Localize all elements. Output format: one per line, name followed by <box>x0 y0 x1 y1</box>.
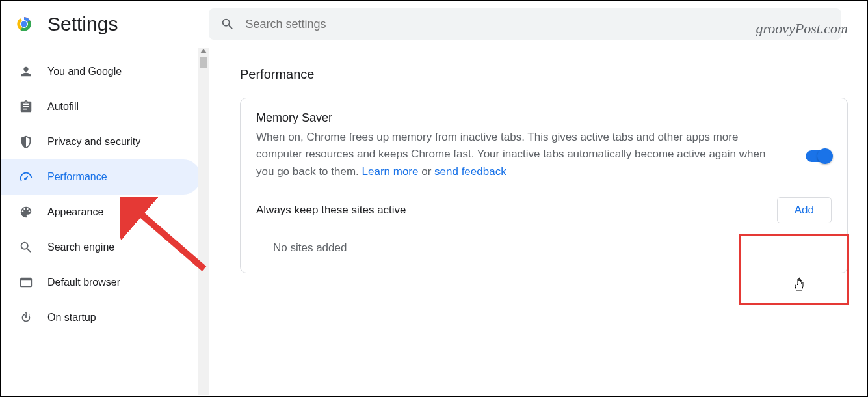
search-icon <box>220 17 235 31</box>
shield-icon <box>19 135 33 149</box>
gauge-icon <box>19 170 33 184</box>
svg-point-2 <box>21 21 27 27</box>
memory-saver-title: Memory Saver <box>256 111 786 125</box>
scrollbar[interactable] <box>198 48 209 395</box>
scrollbar-thumb[interactable] <box>200 57 207 68</box>
search-icon <box>19 240 33 254</box>
watermark: groovyPost.com <box>756 20 848 37</box>
person-icon <box>19 64 33 79</box>
sidebar-item-default-browser[interactable]: Default browser <box>1 265 201 300</box>
section-title: Performance <box>240 67 848 82</box>
sidebar-item-you-and-google[interactable]: You and Google <box>1 54 201 89</box>
content: Performance Memory Saver When on, Chrome… <box>209 48 867 395</box>
power-icon <box>19 310 33 325</box>
or-text: or <box>418 165 434 178</box>
sidebar: You and Google Autofill Privacy and secu… <box>1 48 209 395</box>
sidebar-item-on-startup[interactable]: On startup <box>1 300 201 335</box>
scrollbar-up-icon <box>200 49 207 53</box>
sidebar-item-label: Privacy and security <box>47 136 140 148</box>
sidebar-item-performance[interactable]: Performance <box>1 159 201 195</box>
clipboard-icon <box>19 100 33 114</box>
performance-card: Memory Saver When on, Chrome frees up me… <box>240 98 848 273</box>
memory-saver-toggle[interactable] <box>806 150 832 162</box>
sidebar-item-privacy[interactable]: Privacy and security <box>1 124 201 159</box>
sidebar-item-search-engine[interactable]: Search engine <box>1 230 201 265</box>
no-sites-text: No sites added <box>273 241 832 254</box>
always-active-title: Always keep these sites active <box>256 204 406 217</box>
browser-icon <box>19 275 33 290</box>
header: Settings <box>1 1 867 48</box>
sidebar-item-label: Search engine <box>47 241 114 253</box>
sidebar-item-appearance[interactable]: Appearance <box>1 195 201 230</box>
chrome-logo-icon <box>14 14 34 34</box>
sidebar-item-label: Appearance <box>47 206 103 218</box>
sidebar-item-autofill[interactable]: Autofill <box>1 89 201 124</box>
search-input[interactable] <box>245 18 830 31</box>
memory-saver-text: Memory Saver When on, Chrome frees up me… <box>256 111 786 180</box>
memory-saver-row: Memory Saver When on, Chrome frees up me… <box>256 111 832 180</box>
always-active-row: Always keep these sites active Add <box>256 197 832 223</box>
layout: You and Google Autofill Privacy and secu… <box>1 48 867 395</box>
learn-more-link[interactable]: Learn more <box>362 165 419 178</box>
palette-icon <box>19 205 33 219</box>
sidebar-item-label: On startup <box>47 312 96 323</box>
memory-saver-description: When on, Chrome frees up memory from ina… <box>256 129 786 180</box>
search-bar[interactable] <box>209 8 841 40</box>
desc-text: When on, Chrome frees up memory from ina… <box>256 131 765 178</box>
page-title: Settings <box>47 13 118 35</box>
send-feedback-link[interactable]: send feedback <box>434 165 506 178</box>
add-button[interactable]: Add <box>777 197 832 223</box>
sidebar-item-label: You and Google <box>47 66 122 77</box>
sidebar-item-label: Default browser <box>47 277 120 288</box>
sidebar-item-label: Performance <box>47 171 107 183</box>
sidebar-item-label: Autofill <box>47 101 79 113</box>
